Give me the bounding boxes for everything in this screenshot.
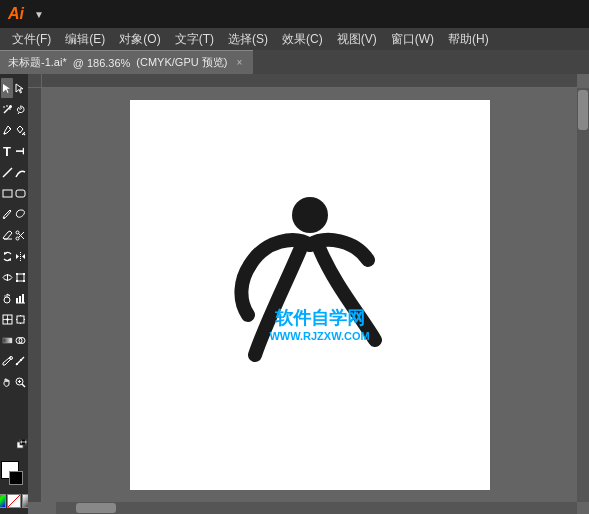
svg-rect-30 bbox=[16, 298, 18, 303]
right-scrollbar[interactable] bbox=[577, 88, 589, 502]
wand-lasso-row bbox=[1, 99, 27, 119]
svg-rect-24 bbox=[23, 273, 25, 275]
shape-builder-tool[interactable] bbox=[14, 330, 26, 350]
type-tool[interactable]: T bbox=[1, 141, 13, 161]
eraser-tool[interactable] bbox=[1, 225, 13, 245]
selection-tools-row bbox=[1, 78, 27, 98]
swap-colors-icon[interactable] bbox=[19, 439, 27, 447]
menu-effect[interactable]: 效果(C) bbox=[276, 29, 329, 50]
svg-rect-26 bbox=[23, 280, 25, 282]
canvas-area: 软件自学网 WWW.RJZXW.COM bbox=[28, 74, 589, 514]
color-mode-button[interactable] bbox=[0, 494, 6, 508]
mesh-tool[interactable] bbox=[1, 309, 13, 329]
svg-point-29 bbox=[8, 294, 10, 296]
eyedropper-tool[interactable] bbox=[1, 351, 13, 371]
svg-point-28 bbox=[4, 295, 6, 297]
warp-row bbox=[1, 267, 27, 287]
svg-point-6 bbox=[3, 132, 5, 134]
none-mode-button[interactable] bbox=[7, 494, 21, 508]
rotate-tool[interactable] bbox=[1, 246, 13, 266]
svg-rect-11 bbox=[16, 190, 25, 197]
top-ruler bbox=[42, 74, 577, 88]
left-toolbar: T T bbox=[0, 74, 28, 514]
rounded-rect-tool[interactable] bbox=[14, 183, 26, 203]
svg-rect-32 bbox=[22, 294, 24, 303]
color-swatches-area bbox=[1, 439, 27, 489]
pen-tool[interactable] bbox=[1, 120, 13, 140]
paintbrush-tool[interactable] bbox=[1, 204, 13, 224]
hand-tool[interactable] bbox=[1, 372, 13, 392]
left-ruler bbox=[28, 74, 42, 502]
magic-wand-tool[interactable] bbox=[1, 99, 13, 119]
tab-mode: (CMYK/GPU 预览) bbox=[136, 55, 227, 70]
type-row: T T bbox=[1, 141, 27, 161]
tab-bar: 未标题-1.ai* @ 186.36% (CMYK/GPU 预览) × bbox=[0, 50, 589, 74]
line-tool[interactable] bbox=[1, 162, 13, 182]
watermark-text: 软件自学网 bbox=[269, 306, 369, 330]
menu-select[interactable]: 选择(S) bbox=[222, 29, 274, 50]
svg-point-37 bbox=[6, 318, 8, 320]
menu-help[interactable]: 帮助(H) bbox=[442, 29, 495, 50]
arc-tool[interactable] bbox=[14, 162, 26, 182]
main-area: T T bbox=[0, 74, 589, 514]
svg-point-1 bbox=[9, 105, 12, 108]
menu-edit[interactable]: 编辑(E) bbox=[59, 29, 111, 50]
svg-line-9 bbox=[3, 168, 12, 177]
svg-rect-23 bbox=[16, 273, 18, 275]
app-logo: Ai bbox=[8, 5, 24, 23]
menu-file[interactable]: 文件(F) bbox=[6, 29, 57, 50]
reflect-tool[interactable] bbox=[14, 246, 26, 266]
figure-svg bbox=[210, 185, 410, 405]
bottom-scrollbar[interactable] bbox=[56, 502, 577, 514]
watermark: 软件自学网 WWW.RJZXW.COM bbox=[269, 306, 369, 342]
tab-close-button[interactable]: × bbox=[233, 57, 245, 69]
measure-tool[interactable] bbox=[14, 351, 26, 371]
blob-brush-tool[interactable] bbox=[14, 204, 26, 224]
line-row bbox=[1, 162, 27, 182]
artboard-tool[interactable] bbox=[14, 309, 26, 329]
vertical-type-tool[interactable]: T bbox=[14, 141, 26, 161]
menu-view[interactable]: 视图(V) bbox=[331, 29, 383, 50]
column-graph-tool[interactable] bbox=[14, 288, 26, 308]
svg-rect-25 bbox=[16, 280, 18, 282]
svg-line-5 bbox=[18, 112, 19, 114]
tab-label: 未标题-1.ai* bbox=[8, 55, 67, 70]
gradient-row bbox=[1, 330, 27, 350]
lasso-tool[interactable] bbox=[14, 99, 26, 119]
selection-tool[interactable] bbox=[1, 78, 13, 98]
symbol-sprayer-tool[interactable] bbox=[1, 288, 13, 308]
menu-object[interactable]: 对象(O) bbox=[113, 29, 166, 50]
free-transform-tool[interactable] bbox=[14, 267, 26, 287]
bottom-scrollbar-thumb[interactable] bbox=[76, 503, 116, 513]
svg-rect-43 bbox=[3, 338, 12, 343]
pen-row bbox=[1, 120, 27, 140]
ruler-top bbox=[42, 74, 577, 87]
watermark-url: WWW.RJZXW.COM bbox=[269, 330, 369, 342]
brush-row bbox=[1, 204, 27, 224]
zoom-tool[interactable] bbox=[14, 372, 26, 392]
svg-rect-31 bbox=[19, 296, 21, 303]
right-scrollbar-thumb[interactable] bbox=[578, 90, 588, 130]
symbol-row bbox=[1, 288, 27, 308]
background-color-swatch[interactable] bbox=[9, 471, 23, 485]
svg-rect-22 bbox=[17, 274, 24, 281]
eyedropper-row bbox=[1, 351, 27, 371]
direct-selection-tool[interactable] bbox=[14, 78, 26, 98]
width-tool[interactable] bbox=[1, 267, 13, 287]
menu-type[interactable]: 文字(T) bbox=[169, 29, 220, 50]
tab-zoom: @ 186.36% bbox=[73, 57, 131, 69]
svg-point-27 bbox=[4, 297, 10, 303]
svg-point-57 bbox=[292, 197, 328, 233]
rectangle-tool[interactable] bbox=[1, 183, 13, 203]
scissors-tool[interactable] bbox=[14, 225, 26, 245]
canvas-inner[interactable]: 软件自学网 WWW.RJZXW.COM bbox=[42, 88, 577, 502]
active-tab[interactable]: 未标题-1.ai* @ 186.36% (CMYK/GPU 预览) × bbox=[0, 50, 253, 74]
add-anchor-tool[interactable] bbox=[14, 120, 26, 140]
menu-window[interactable]: 窗口(W) bbox=[385, 29, 440, 50]
gradient-tool[interactable] bbox=[1, 330, 13, 350]
color-mode-buttons bbox=[0, 494, 28, 508]
svg-line-52 bbox=[22, 384, 25, 387]
mesh-row bbox=[1, 309, 27, 329]
svg-point-12 bbox=[3, 217, 5, 219]
svg-rect-38 bbox=[17, 316, 24, 323]
